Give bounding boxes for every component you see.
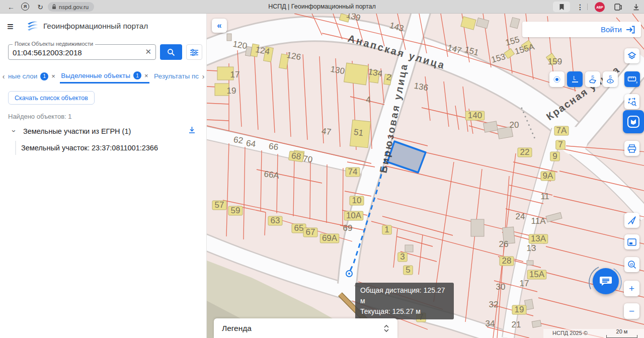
zoom-in-button[interactable]: + [624, 281, 639, 296]
lock-icon [52, 4, 56, 10]
map-attribution: НСПД 2025 © [552, 330, 588, 336]
layers-button[interactable] [624, 48, 639, 63]
login-label: Войти [601, 25, 622, 34]
coordinate-search-button[interactable]: @ [624, 257, 639, 272]
search-field[interactable]: Поиск Объекты недвижимости ✕ [8, 44, 156, 60]
sidebar-tabs: ‹ ные слои1×Выделенные объекты1×Результа… [0, 69, 207, 83]
browser-download-icon[interactable] [631, 0, 641, 14]
search-button[interactable] [160, 44, 182, 60]
distance-tooltip: Общая дистанция: 125.27 м Текущая: 125.2… [355, 283, 454, 319]
map-scale: 20 м [606, 328, 637, 338]
result-item[interactable]: Земельный участок: 23:37:0811001:2366 [15, 141, 202, 155]
results-group-title: Земельные участки из ЕГРН (1) [23, 127, 131, 135]
sidebar-tab-1[interactable]: Выделенные объекты1× [60, 69, 149, 83]
collapse-sidebar-button[interactable]: « [212, 19, 227, 33]
print-button[interactable] [624, 141, 639, 156]
tab-badge: 1 [133, 71, 141, 79]
spatial-search-button[interactable] [624, 94, 639, 109]
results-group-row[interactable]: › Земельные участки из ЕГРН (1) [0, 126, 207, 138]
browser-logo-letter: Я [24, 4, 27, 9]
tab-close-icon[interactable]: × [51, 72, 55, 80]
tab-label: Результаты пс [154, 72, 199, 80]
browser-chrome: ← Я ↻ nspd.gov.ru НСПД | Геоинформационн… [0, 0, 644, 14]
app-title: Геоинформационный портал [43, 22, 148, 31]
layers-icon [627, 51, 636, 60]
active-map-tool-button[interactable] [623, 110, 644, 133]
search-input[interactable] [12, 45, 139, 60]
zoom-out-button[interactable]: − [624, 303, 639, 319]
svg-text:L: L [573, 75, 576, 81]
tab-badge: 1 [40, 72, 48, 80]
bookmark-button[interactable] [553, 2, 570, 12]
sidebar-tab-0[interactable]: ные слои1× [7, 69, 56, 83]
tab-label: ные слои [8, 72, 37, 80]
distance-current: Текущая: 125.27 м [360, 306, 449, 317]
sidebar-tab-2[interactable]: Результаты пс [153, 69, 200, 83]
panels-icon [614, 4, 622, 11]
navigation-arrow-icon [627, 216, 636, 225]
sidebar-panel: ≡ Геоинформационный портал Поиск Объекты… [0, 14, 207, 338]
search-filters-button[interactable] [186, 44, 202, 60]
abp-label: ABP [596, 6, 603, 9]
ruler-close-icon: x [627, 75, 637, 84]
map-fold-icon [627, 115, 640, 128]
measurement-endpoint[interactable] [346, 271, 352, 277]
scale-bar [606, 335, 637, 338]
clear-search-icon[interactable]: ✕ [145, 47, 151, 56]
search-icon [167, 48, 175, 56]
expand-collapse-icon[interactable] [383, 324, 389, 332]
browser-refresh-icon[interactable]: ↻ [35, 0, 45, 14]
my-location-button[interactable] [624, 213, 639, 228]
measure-length-button[interactable]: L [567, 71, 583, 87]
length-icon: L [571, 75, 580, 84]
tab-close-icon[interactable]: × [144, 72, 148, 79]
measure-ellipse-button[interactable]: S [603, 71, 618, 87]
svg-text:S: S [609, 74, 612, 79]
distance-total: Общая дистанция: 125.27 м [360, 285, 449, 306]
browser-menu-icon[interactable]: ⋮ [577, 0, 584, 14]
measure-point-button[interactable] [549, 71, 565, 87]
legend-label: Легенда [222, 324, 252, 333]
adblock-extension-icon[interactable]: ABP [595, 2, 605, 12]
chrome-divider [587, 4, 588, 10]
chat-icon [599, 275, 612, 287]
printer-icon [627, 144, 636, 153]
login-bar[interactable]: Войти [522, 22, 641, 37]
download-icon [188, 126, 196, 134]
svg-text:@: @ [629, 262, 633, 267]
point-icon [553, 75, 561, 83]
bookmark-icon [559, 4, 565, 11]
download-icon [633, 4, 639, 11]
legend-bar[interactable]: Легенда [214, 318, 397, 338]
area-icon: S [588, 74, 598, 84]
scale-label: 20 м [616, 328, 628, 334]
nspd-logo [26, 20, 39, 35]
login-icon [626, 26, 635, 34]
chat-button[interactable] [593, 268, 619, 294]
url-text: nspd.gov.ru [59, 4, 89, 10]
tab-label: Выделенные объекты [61, 72, 130, 79]
tabs-scroll-left-icon[interactable]: ‹ [0, 72, 7, 80]
tabs-list: ные слои1×Выделенные объекты1×Результаты… [7, 69, 200, 83]
sidebar-header: ≡ Геоинформационный портал [0, 19, 206, 36]
address-bar[interactable]: nspd.gov.ru [48, 2, 94, 12]
measure-area-button[interactable]: S [585, 71, 600, 87]
browser-panels-icon[interactable] [613, 0, 623, 14]
svg-text:x: x [636, 80, 637, 84]
overview-map-icon [627, 238, 636, 246]
overview-map-button[interactable] [624, 234, 639, 249]
polygon-search-icon [627, 97, 637, 107]
group-download-button[interactable] [188, 126, 196, 136]
browser-logo-icon[interactable]: Я [21, 3, 29, 11]
measure-close-button[interactable]: x [624, 71, 640, 87]
ellipse-icon: S [605, 74, 615, 84]
at-search-icon: @ [627, 260, 636, 269]
chevron-down-icon[interactable]: › [10, 130, 19, 132]
browser-back-icon[interactable]: ← [6, 0, 16, 14]
tabs-scroll-right-icon[interactable]: › [200, 72, 207, 80]
page-title: НСПД | Геоинформационный портал [151, 0, 493, 14]
svg-text:S: S [591, 74, 594, 79]
found-objects-count: Найдено объектов: 1 [8, 113, 72, 120]
download-object-list-button[interactable]: Скачать список объектов [8, 91, 95, 105]
hamburger-menu-icon[interactable]: ≡ [7, 20, 14, 34]
